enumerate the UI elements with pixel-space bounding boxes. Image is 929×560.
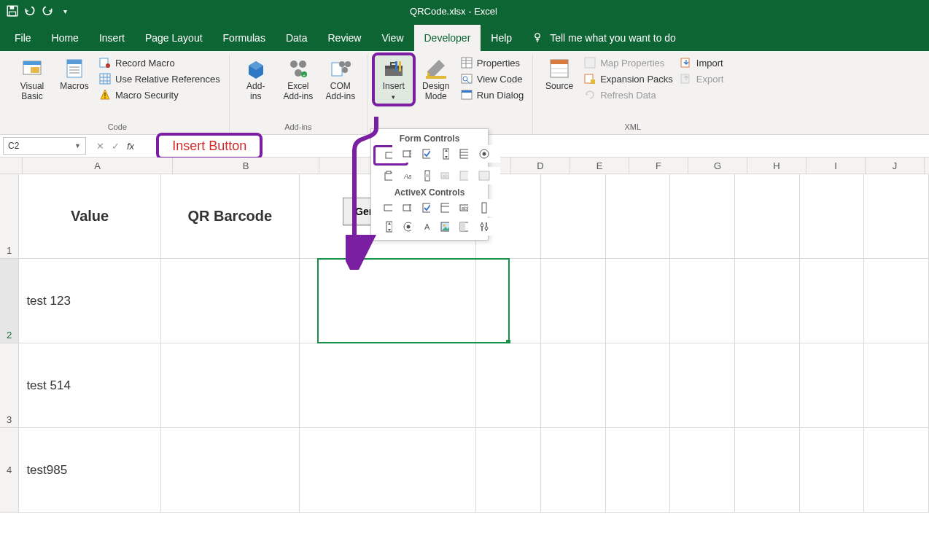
- form-controls-grid: Aa ab|: [373, 145, 486, 184]
- cell-e3[interactable]: [541, 343, 606, 427]
- cell-j2[interactable]: [864, 259, 929, 343]
- row-header-3[interactable]: 3: [0, 343, 19, 427]
- col-header-e[interactable]: E: [570, 158, 629, 174]
- tab-developer[interactable]: Developer: [414, 25, 481, 51]
- cell-i4[interactable]: [800, 428, 865, 512]
- fx-icon[interactable]: fx: [127, 141, 134, 152]
- design-mode-button[interactable]: Design Mode: [416, 54, 456, 105]
- cell-a1[interactable]: Value: [19, 174, 160, 258]
- ribbon-group-code: Visual Basic Macros Record Macro Use Rel…: [6, 54, 230, 134]
- macros-button[interactable]: Macros: [54, 54, 95, 95]
- tab-view[interactable]: View: [371, 25, 413, 51]
- col-header-i[interactable]: I: [806, 158, 866, 174]
- cell-f2[interactable]: [606, 259, 671, 343]
- tell-me-search[interactable]: Tell me what you want to do: [522, 25, 925, 51]
- col-header-h[interactable]: H: [747, 158, 806, 174]
- col-header-a[interactable]: A: [23, 158, 173, 174]
- cell-d4[interactable]: [476, 428, 541, 512]
- cell-a4[interactable]: test985: [19, 428, 160, 512]
- cell-g1[interactable]: [670, 174, 735, 258]
- tab-file[interactable]: File: [4, 25, 42, 51]
- col-header-f[interactable]: F: [629, 158, 688, 174]
- expansion-packs-button[interactable]: Expansion Packs: [581, 71, 676, 86]
- select-all-corner[interactable]: [0, 158, 23, 174]
- visual-basic-button[interactable]: Visual Basic: [12, 54, 53, 105]
- com-addins-button[interactable]: COM Add-ins: [320, 54, 361, 105]
- cell-e2[interactable]: [541, 259, 606, 343]
- cell-c3[interactable]: [300, 343, 477, 427]
- qat-customize-icon[interactable]: ▾: [58, 4, 71, 18]
- save-icon[interactable]: [6, 4, 19, 18]
- macros-label: Macros: [60, 82, 88, 92]
- properties-button[interactable]: Properties: [458, 55, 526, 70]
- addins-button[interactable]: Add- ins: [236, 54, 276, 105]
- excel-addins-button[interactable]: + Excel Add-ins: [278, 54, 319, 105]
- insert-control-label: Insert▾: [383, 82, 405, 102]
- cell-b3[interactable]: [161, 343, 300, 427]
- cell-e1[interactable]: [541, 174, 606, 258]
- col-header-g[interactable]: G: [688, 158, 747, 174]
- tab-help[interactable]: Help: [481, 25, 522, 51]
- cell-b2[interactable]: [161, 259, 300, 343]
- col-header-b[interactable]: B: [173, 158, 319, 174]
- cell-g4[interactable]: [670, 428, 735, 512]
- cell-i1[interactable]: [800, 174, 865, 258]
- cell-g2[interactable]: [670, 259, 735, 343]
- chevron-down-icon[interactable]: ▼: [74, 142, 81, 149]
- tab-review[interactable]: Review: [318, 25, 372, 51]
- col-header-d[interactable]: D: [511, 158, 570, 174]
- form-option-control[interactable]: [468, 145, 500, 163]
- cell-i3[interactable]: [800, 343, 865, 427]
- view-code-button[interactable]: View Code: [458, 71, 526, 86]
- cell-g3[interactable]: [670, 343, 735, 427]
- cell-i2[interactable]: [800, 259, 865, 343]
- cell-h2[interactable]: [735, 259, 800, 343]
- use-relative-refs-button[interactable]: Use Relative References: [96, 71, 223, 86]
- tab-insert[interactable]: Insert: [89, 25, 135, 51]
- cell-b1[interactable]: QR Barcode: [161, 174, 300, 258]
- cell-h4[interactable]: [735, 428, 800, 512]
- svg-point-27: [339, 61, 345, 67]
- row-header-2[interactable]: 2: [0, 259, 19, 343]
- cell-a2[interactable]: test 123: [19, 259, 160, 343]
- macro-security-button[interactable]: Macro Security: [96, 88, 223, 102]
- tab-page-layout[interactable]: Page Layout: [135, 25, 213, 51]
- insert-control-button[interactable]: Insert▾: [373, 54, 414, 105]
- enter-icon[interactable]: ✓: [112, 141, 120, 152]
- cancel-icon[interactable]: ✕: [96, 141, 104, 152]
- row-header-1[interactable]: 1: [0, 174, 19, 258]
- name-box[interactable]: C2 ▼: [3, 137, 86, 155]
- cell-f1[interactable]: [606, 174, 671, 258]
- cell-c2[interactable]: [300, 259, 477, 343]
- ax-more-controls[interactable]: [468, 218, 500, 236]
- cell-j4[interactable]: [864, 428, 929, 512]
- name-box-value: C2: [8, 141, 19, 151]
- record-macro-button[interactable]: Record Macro: [96, 55, 223, 70]
- col-header-j[interactable]: J: [866, 158, 925, 174]
- tab-home[interactable]: Home: [42, 25, 89, 51]
- cell-d3[interactable]: [476, 343, 541, 427]
- cell-j1[interactable]: [864, 174, 929, 258]
- formula-bar-icons: ✕ ✓ fx: [89, 141, 141, 152]
- cell-f4[interactable]: [606, 428, 671, 512]
- svg-rect-46: [551, 60, 568, 64]
- cell-h3[interactable]: [735, 343, 800, 427]
- cell-c4[interactable]: [300, 428, 477, 512]
- redo-icon[interactable]: [41, 4, 54, 18]
- cell-h1[interactable]: [735, 174, 800, 258]
- cell-f3[interactable]: [606, 343, 671, 427]
- row-header-4[interactable]: 4: [0, 428, 19, 512]
- run-dialog-button[interactable]: Run Dialog: [458, 88, 526, 102]
- source-button[interactable]: Source: [539, 54, 580, 95]
- undo-icon[interactable]: [23, 4, 36, 18]
- cell-e4[interactable]: [541, 428, 606, 512]
- ax-scrollbar-control[interactable]: [468, 199, 500, 217]
- import-button[interactable]: Import: [677, 55, 727, 70]
- export-icon: [680, 73, 692, 85]
- tab-data[interactable]: Data: [276, 25, 318, 51]
- cell-a3[interactable]: test 514: [19, 343, 160, 427]
- cell-d2[interactable]: [476, 259, 541, 343]
- tab-formulas[interactable]: Formulas: [213, 25, 276, 51]
- cell-j3[interactable]: [864, 343, 929, 427]
- cell-b4[interactable]: [161, 428, 300, 512]
